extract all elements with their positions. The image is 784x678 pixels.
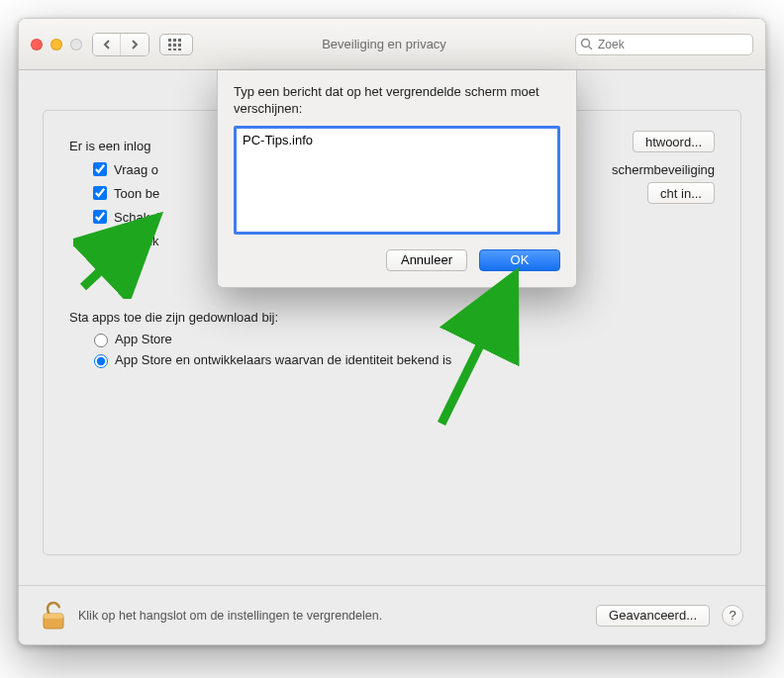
svg-line-10 bbox=[589, 46, 593, 49]
checkbox-label: Toon be bbox=[114, 186, 159, 201]
radio-input[interactable] bbox=[94, 334, 108, 347]
zoom-icon[interactable] bbox=[70, 39, 82, 50]
window-controls bbox=[31, 39, 82, 50]
checkbox-input[interactable] bbox=[93, 186, 107, 200]
radio-app-store[interactable]: App Store bbox=[89, 331, 715, 347]
checkbox-tail: schermbeveiliging bbox=[612, 162, 715, 177]
svg-rect-8 bbox=[178, 48, 181, 50]
window-title: Beveiliging en privacy bbox=[203, 37, 565, 51]
login-heading-text: Er is een inlog bbox=[69, 139, 150, 153]
search-icon bbox=[580, 38, 593, 50]
close-icon[interactable] bbox=[31, 39, 43, 50]
downloads-section: Sta apps toe die zijn gedownload bij: Ap… bbox=[69, 310, 715, 368]
lock-message-textarea[interactable] bbox=[234, 126, 560, 235]
cancel-button[interactable]: Annuleer bbox=[386, 249, 467, 271]
change-password-button[interactable]: htwoord... bbox=[633, 131, 715, 152]
checkbox-label: Schakel bbox=[114, 210, 159, 225]
footer: Klik op het hangslot om de instellingen … bbox=[19, 585, 765, 644]
radio-label: App Store en ontwikkelaars waarvan de id… bbox=[115, 352, 451, 367]
svg-rect-1 bbox=[173, 39, 176, 42]
radio-identified-developers[interactable]: App Store en ontwikkelaars waarvan de id… bbox=[89, 351, 715, 368]
preferences-window: Beveiliging en privacy Er is een inlog h… bbox=[18, 18, 766, 645]
set-message-button[interactable]: cht in... bbox=[647, 182, 715, 204]
downloads-heading: Sta apps toe die zijn gedownload bij: bbox=[69, 310, 715, 325]
radio-label: App Store bbox=[115, 332, 172, 346]
radio-input[interactable] bbox=[94, 354, 108, 368]
back-button[interactable] bbox=[93, 34, 121, 55]
lock-icon[interactable] bbox=[41, 601, 66, 630]
svg-rect-4 bbox=[173, 44, 176, 47]
checkbox-input[interactable] bbox=[93, 210, 107, 224]
search-field[interactable] bbox=[575, 34, 753, 55]
checkbox-input[interactable] bbox=[93, 162, 107, 176]
lock-text: Klik op het hangslot om de instellingen … bbox=[78, 609, 584, 623]
lock-message-sheet: Typ een bericht dat op het vergrendelde … bbox=[217, 70, 577, 288]
show-all-button[interactable] bbox=[159, 34, 193, 55]
advanced-button[interactable]: Geavanceerd... bbox=[596, 605, 710, 627]
sheet-buttons: Annuleer OK bbox=[234, 249, 560, 271]
window-toolbar: Beveiliging en privacy bbox=[19, 19, 765, 70]
svg-rect-3 bbox=[168, 44, 171, 47]
svg-rect-7 bbox=[173, 48, 176, 50]
search-input[interactable] bbox=[575, 34, 753, 55]
svg-rect-6 bbox=[168, 48, 171, 50]
sheet-prompt: Typ een bericht dat op het vergrendelde … bbox=[234, 84, 560, 118]
svg-rect-2 bbox=[178, 39, 181, 42]
svg-rect-12 bbox=[44, 614, 63, 619]
help-label: ? bbox=[729, 608, 735, 623]
nav-buttons bbox=[92, 33, 149, 56]
checkbox-label: Vraag o bbox=[114, 162, 158, 177]
svg-rect-0 bbox=[168, 39, 171, 42]
checkbox-input[interactable] bbox=[93, 234, 107, 247]
minimize-icon[interactable] bbox=[50, 39, 62, 50]
ok-button[interactable]: OK bbox=[479, 249, 560, 271]
forward-button[interactable] bbox=[121, 34, 148, 55]
checkbox-label: Gebruik bbox=[114, 234, 159, 248]
svg-rect-5 bbox=[178, 44, 181, 47]
svg-point-9 bbox=[582, 39, 590, 47]
help-button[interactable]: ? bbox=[722, 605, 743, 627]
